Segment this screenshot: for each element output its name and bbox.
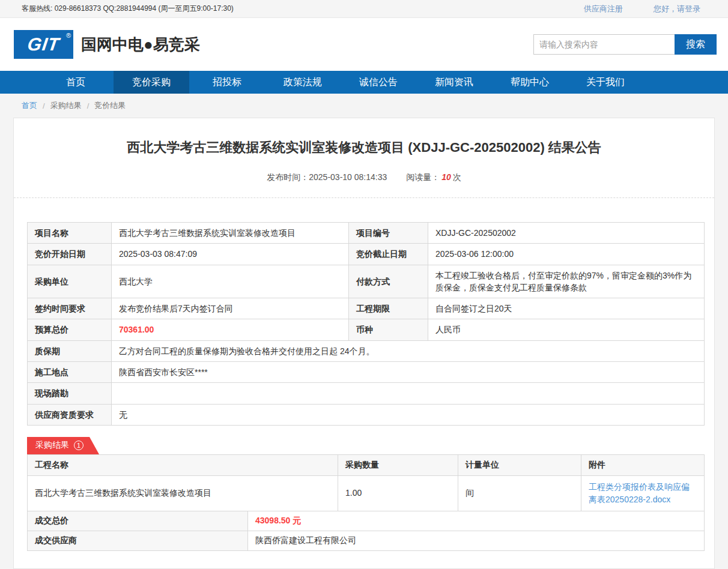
nav-item-policies[interactable]: 政策法规 bbox=[265, 71, 341, 94]
currency-label: 币种 bbox=[349, 319, 428, 340]
project-code-value: XDJJ-GC-202502002 bbox=[428, 223, 705, 244]
table-row: 项目名称 西北大学考古三维数据系统实训室装修改造项目 项目编号 XDJJ-GC-… bbox=[28, 223, 705, 244]
result-quantity: 1.00 bbox=[338, 475, 458, 511]
deal-summary-table: 成交总价 43098.50 元 成交供应商 陕西侨富建设工程有限公司 bbox=[27, 511, 705, 551]
main-nav: 首页 竞价采购 招投标 政策法规 诚信公告 新闻资讯 帮助中心 关于我们 bbox=[0, 71, 728, 94]
brand-title: 国网中电●易竞采 bbox=[81, 34, 200, 55]
bid-start-value: 2025-03-03 08:47:09 bbox=[112, 244, 349, 265]
signing-time-label: 签约时间要求 bbox=[28, 298, 112, 319]
nav-item-help-center[interactable]: 帮助中心 bbox=[492, 71, 568, 94]
topbar-links: 供应商注册 您好，请登录 bbox=[555, 4, 700, 14]
purchase-result-table: 工程名称 采购数量 计量单位 附件 西北大学考古三维数据系统实训室装修改造项目 … bbox=[27, 454, 705, 511]
col-header-unit: 计量单位 bbox=[458, 454, 581, 475]
payment-method-label: 付款方式 bbox=[349, 265, 428, 298]
site-visit-value bbox=[112, 383, 705, 404]
project-duration-label: 工程期限 bbox=[349, 298, 428, 319]
table-row: 现场踏勘 bbox=[28, 383, 705, 404]
result-section-header: 采购结果 1 bbox=[27, 437, 714, 454]
col-header-project-name: 工程名称 bbox=[28, 454, 338, 475]
payment-method-value: 本工程竣工验收合格后，付至审定价款的97%，留审定金额的3%作为质保金，质保金支… bbox=[428, 265, 705, 298]
search-bar: 搜索 bbox=[533, 34, 717, 55]
nav-item-tendering[interactable]: 招投标 bbox=[189, 71, 265, 94]
warranty-period-value: 乙方对合同工程的质量保修期为验收合格并交付使用之日起 24个月。 bbox=[112, 340, 705, 361]
breadcrumb: 首页 / 采购结果 / 竞价结果 bbox=[0, 94, 728, 118]
publish-time: 发布时间：2025-03-10 08:14:33 bbox=[267, 172, 387, 182]
currency-value: 人民币 bbox=[428, 319, 705, 340]
warranty-period-label: 质保期 bbox=[28, 340, 112, 361]
result-unit: 间 bbox=[458, 475, 581, 511]
project-code-label: 项目编号 bbox=[349, 223, 428, 244]
project-details-table: 项目名称 西北大学考古三维数据系统实训室装修改造项目 项目编号 XDJJ-GC-… bbox=[27, 222, 705, 426]
view-count-unit: 次 bbox=[453, 172, 461, 182]
nav-items: 首页 竞价采购 招投标 政策法规 诚信公告 新闻资讯 帮助中心 关于我们 bbox=[0, 71, 728, 94]
nav-item-about-us[interactable]: 关于我们 bbox=[568, 71, 643, 94]
table-header-row: 工程名称 采购数量 计量单位 附件 bbox=[28, 454, 705, 475]
table-row: 竞价开始日期 2025-03-03 08:47:09 竞价截止日期 2025-0… bbox=[28, 244, 705, 265]
deal-total-label: 成交总价 bbox=[28, 511, 248, 531]
table-row: 供应商资质要求 无 bbox=[28, 404, 705, 425]
registered-mark-icon: ® bbox=[66, 32, 71, 39]
result-project-name: 西北大学考古三维数据系统实训室装修改造项目 bbox=[28, 475, 338, 511]
project-name-label: 项目名称 bbox=[28, 223, 112, 244]
bid-deadline-label: 竞价截止日期 bbox=[349, 244, 428, 265]
purchase-result-tag-label: 采购结果 bbox=[35, 440, 69, 451]
table-row: 预算总价 70361.00 币种 人民币 bbox=[28, 319, 705, 340]
view-count-value: 10 bbox=[441, 172, 451, 182]
breadcrumb-separator: / bbox=[87, 101, 89, 110]
supplier-qualification-value: 无 bbox=[112, 404, 705, 425]
git-logo-icon: GIT ® bbox=[14, 30, 73, 59]
deal-total-value: 43098.50 元 bbox=[248, 511, 705, 531]
result-count-badge: 1 bbox=[74, 441, 83, 450]
budget-total-value: 70361.00 bbox=[112, 319, 349, 340]
breadcrumb-separator: / bbox=[43, 101, 45, 110]
breadcrumb-purchase-results[interactable]: 采购结果 bbox=[50, 100, 82, 111]
breadcrumb-current: 竞价结果 bbox=[94, 100, 126, 111]
article-meta: 发布时间：2025-03-10 08:14:33 阅读量：10次 bbox=[14, 172, 714, 183]
deal-supplier-label: 成交供应商 bbox=[28, 531, 248, 550]
budget-total-label: 预算总价 bbox=[28, 319, 112, 340]
announcement-card: 西北大学考古三维数据系统实训室装修改造项目 (XDJJ-GC-202502002… bbox=[13, 118, 715, 569]
table-row: 西北大学考古三维数据系统实训室装修改造项目 1.00 间 工程类分项报价表及响应… bbox=[28, 475, 705, 511]
view-count: 阅读量：10次 bbox=[406, 172, 461, 182]
site-logo[interactable]: GIT ® 国网中电●易竞采 bbox=[14, 30, 200, 59]
table-row: 质保期 乙方对合同工程的质量保修期为验收合格并交付使用之日起 24个月。 bbox=[28, 340, 705, 361]
construction-site-label: 施工地点 bbox=[28, 362, 112, 383]
nav-item-bidding-purchase[interactable]: 竞价采购 bbox=[114, 71, 189, 94]
col-header-quantity: 采购数量 bbox=[338, 454, 458, 475]
divider bbox=[14, 197, 714, 198]
purchase-result-tag: 采购结果 1 bbox=[27, 437, 99, 454]
table-row: 施工地点 陕西省西安市长安区**** bbox=[28, 362, 705, 383]
search-input[interactable] bbox=[533, 34, 675, 55]
table-row: 成交总价 43098.50 元 bbox=[28, 511, 705, 531]
signing-time-value: 发布竞价结果后7天内签订合同 bbox=[112, 298, 349, 319]
site-header: GIT ® 国网中电●易竞采 搜索 bbox=[0, 18, 728, 71]
search-button[interactable]: 搜索 bbox=[675, 34, 717, 55]
purchaser-label: 采购单位 bbox=[28, 265, 112, 298]
login-link[interactable]: 您好，请登录 bbox=[654, 4, 700, 13]
breadcrumb-home[interactable]: 首页 bbox=[22, 100, 37, 111]
bid-deadline-value: 2025-03-06 12:00:00 bbox=[428, 244, 705, 265]
table-row: 采购单位 西北大学 付款方式 本工程竣工验收合格后，付至审定价款的97%，留审定… bbox=[28, 265, 705, 298]
supplier-register-link[interactable]: 供应商注册 bbox=[584, 4, 623, 13]
nav-item-integrity-notices[interactable]: 诚信公告 bbox=[341, 71, 416, 94]
nav-item-news[interactable]: 新闻资讯 bbox=[416, 71, 492, 94]
page-title: 西北大学考古三维数据系统实训室装修改造项目 (XDJJ-GC-202502002… bbox=[50, 139, 678, 157]
publish-time-value: 2025-03-10 08:14:33 bbox=[309, 172, 387, 182]
logo-text: GIT bbox=[26, 34, 61, 55]
attachment-link[interactable]: 工程类分项报价表及响应偏离表20250228-2.docx bbox=[589, 482, 690, 504]
purchaser-value: 西北大学 bbox=[112, 265, 349, 298]
view-count-label: 阅读量： bbox=[406, 172, 440, 182]
hotline-text: 客服热线: 029-86618373 QQ:2881944994 (周一至周五9… bbox=[22, 4, 234, 14]
supplier-qualification-label: 供应商资质要求 bbox=[28, 404, 112, 425]
bid-start-label: 竞价开始日期 bbox=[28, 244, 112, 265]
publish-time-label: 发布时间： bbox=[267, 172, 309, 182]
table-row: 成交供应商 陕西侨富建设工程有限公司 bbox=[28, 531, 705, 550]
project-duration-value: 自合同签订之日20天 bbox=[428, 298, 705, 319]
nav-item-home[interactable]: 首页 bbox=[38, 71, 114, 94]
site-visit-label: 现场踏勘 bbox=[28, 383, 112, 404]
construction-site-value: 陕西省西安市长安区**** bbox=[112, 362, 705, 383]
col-header-attachment: 附件 bbox=[581, 454, 705, 475]
deal-supplier-value: 陕西侨富建设工程有限公司 bbox=[248, 531, 705, 550]
project-name-value: 西北大学考古三维数据系统实训室装修改造项目 bbox=[112, 223, 349, 244]
table-row: 签约时间要求 发布竞价结果后7天内签订合同 工程期限 自合同签订之日20天 bbox=[28, 298, 705, 319]
